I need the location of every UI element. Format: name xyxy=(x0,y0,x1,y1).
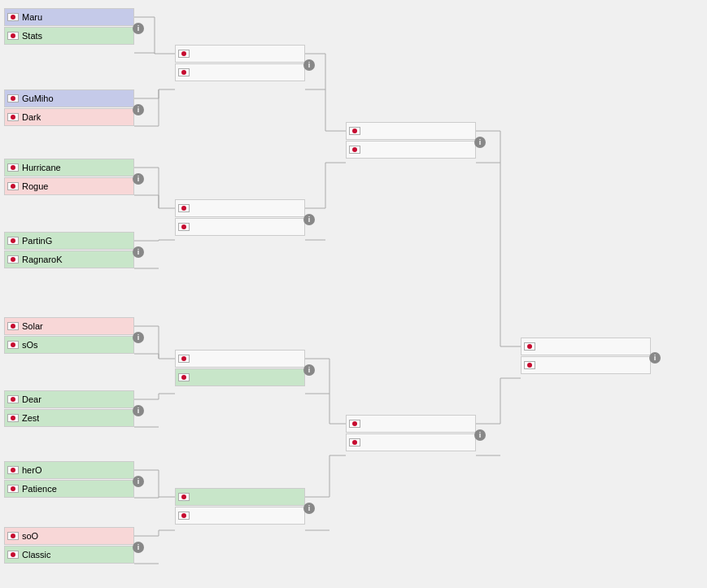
flag-icon xyxy=(178,512,190,520)
flag-icon xyxy=(7,414,19,422)
round1-match3: Hurricane Rogue xyxy=(4,159,134,196)
player-name: RagnaroK xyxy=(22,255,63,264)
flag-icon xyxy=(7,395,19,403)
info-badge-r1m7[interactable]: i xyxy=(133,476,144,487)
round2-match2 xyxy=(175,199,305,237)
flag-icon xyxy=(7,113,19,121)
round3-match2 xyxy=(346,415,476,452)
flag-icon xyxy=(349,127,360,135)
info-badge-r1m1[interactable]: i xyxy=(133,23,144,34)
player-slot xyxy=(346,122,476,140)
player-name: soO xyxy=(22,531,38,541)
flag-icon xyxy=(7,255,19,264)
player-name: Rogue xyxy=(22,181,48,191)
player-slot xyxy=(175,488,305,506)
info-badge-r1m6[interactable]: i xyxy=(133,405,144,416)
player-slot: Zest xyxy=(4,409,134,427)
flag-icon xyxy=(178,493,190,501)
flag-icon xyxy=(349,438,360,446)
player-slot xyxy=(175,45,305,63)
flag-icon xyxy=(7,182,19,190)
player-slot: Classic xyxy=(4,546,134,564)
flag-icon xyxy=(524,342,535,351)
round1-match4: PartinG RagnaroK xyxy=(4,232,134,269)
player-slot: RagnaroK xyxy=(4,250,134,268)
player-name: Patience xyxy=(22,484,57,494)
player-slot: Dear xyxy=(4,390,134,408)
flag-icon xyxy=(349,420,360,428)
bracket-container: Maru Stats i GuMiho Dark i Hurricane Rog… xyxy=(0,0,707,588)
info-badge-r3m1[interactable]: i xyxy=(474,137,486,148)
round1-match5: Solar sOs xyxy=(4,317,134,355)
player-slot: Stats xyxy=(4,27,134,45)
player-slot xyxy=(521,356,651,374)
player-slot xyxy=(521,338,651,355)
round2-match1 xyxy=(175,45,305,82)
flag-icon xyxy=(178,355,190,363)
player-name: Stats xyxy=(22,31,42,41)
player-slot: PartinG xyxy=(4,232,134,250)
info-badge-r1m5[interactable]: i xyxy=(133,332,144,343)
info-badge-r4m1[interactable]: i xyxy=(649,352,661,364)
info-badge-r1m4[interactable]: i xyxy=(133,246,144,258)
flag-icon xyxy=(7,532,19,540)
player-slot: GuMiho xyxy=(4,89,134,107)
player-slot xyxy=(346,141,476,159)
round2-match4 xyxy=(175,488,305,525)
flag-icon xyxy=(524,361,535,369)
player-slot xyxy=(346,415,476,433)
info-badge-r1m8[interactable]: i xyxy=(133,542,144,553)
player-slot xyxy=(175,350,305,368)
round1-match1: Maru Stats xyxy=(4,8,134,46)
round3-match1 xyxy=(346,122,476,159)
info-badge-r1m2[interactable]: i xyxy=(133,104,144,115)
player-name: Dear xyxy=(22,394,41,404)
player-name: Hurricane xyxy=(22,163,61,172)
player-name: Maru xyxy=(22,12,42,22)
player-slot: Solar xyxy=(4,317,134,335)
player-name: PartinG xyxy=(22,236,52,246)
player-slot xyxy=(175,507,305,525)
player-slot xyxy=(175,199,305,217)
flag-icon xyxy=(178,204,190,212)
flag-icon xyxy=(178,373,190,381)
flag-icon xyxy=(7,32,19,40)
flag-icon xyxy=(7,322,19,330)
bracket-connectors xyxy=(0,0,707,588)
flag-icon xyxy=(349,146,360,154)
player-name: Classic xyxy=(22,550,50,560)
player-name: herO xyxy=(22,465,41,475)
flag-icon xyxy=(178,223,190,231)
player-name: GuMiho xyxy=(22,94,54,103)
flag-icon xyxy=(178,68,190,76)
player-slot: Dark xyxy=(4,108,134,126)
info-badge-r3m2[interactable]: i xyxy=(474,429,486,441)
flag-icon xyxy=(7,237,19,245)
player-slot xyxy=(346,433,476,451)
player-slot: Rogue xyxy=(4,177,134,195)
player-name: Dark xyxy=(22,112,41,122)
flag-icon xyxy=(7,466,19,474)
info-badge-r1m3[interactable]: i xyxy=(133,173,144,185)
round4-match1 xyxy=(521,338,651,375)
player-name: sOs xyxy=(22,340,38,350)
flag-icon xyxy=(7,485,19,493)
round1-match6: Dear Zest xyxy=(4,390,134,428)
info-badge-r2m4[interactable]: i xyxy=(303,503,315,514)
info-badge-r2m2[interactable]: i xyxy=(303,214,315,225)
player-slot xyxy=(175,368,305,386)
player-name: Zest xyxy=(22,413,39,423)
flag-icon xyxy=(7,13,19,21)
player-slot: Maru xyxy=(4,8,134,26)
player-slot xyxy=(175,218,305,236)
info-badge-r2m1[interactable]: i xyxy=(303,59,315,71)
info-badge-r2m3[interactable]: i xyxy=(303,364,315,376)
player-slot: soO xyxy=(4,527,134,545)
flag-icon xyxy=(7,341,19,349)
player-slot: Hurricane xyxy=(4,159,134,176)
player-slot: herO xyxy=(4,461,134,479)
flag-icon xyxy=(7,163,19,172)
flag-icon xyxy=(7,94,19,102)
round1-match2: GuMiho Dark xyxy=(4,89,134,127)
player-slot: sOs xyxy=(4,336,134,354)
